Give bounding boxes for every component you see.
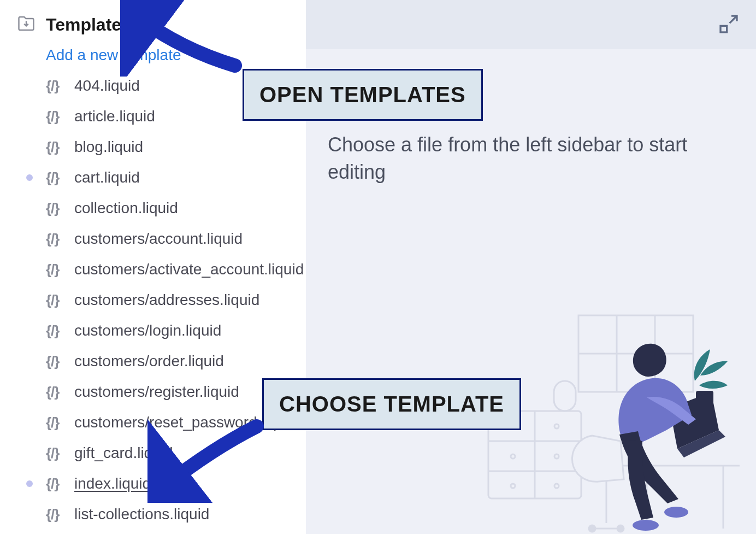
svg-point-26 bbox=[617, 525, 624, 532]
template-file-name: customers/account.liquid bbox=[74, 230, 243, 248]
template-file-name: list-collections.liquid bbox=[74, 506, 209, 523]
empty-state-illustration bbox=[483, 294, 745, 534]
svg-point-8 bbox=[554, 454, 559, 459]
template-file-item[interactable]: {/}customers/account.liquid bbox=[16, 224, 306, 254]
template-file-name: blog.liquid bbox=[74, 138, 143, 156]
liquid-file-icon: {/} bbox=[46, 476, 69, 492]
template-file-name: cart.liquid bbox=[74, 169, 140, 186]
template-file-name: 404.liquid bbox=[74, 77, 140, 95]
svg-rect-0 bbox=[720, 26, 727, 32]
liquid-file-icon: {/} bbox=[46, 414, 69, 431]
template-file-item[interactable]: {/}cart.liquid bbox=[16, 162, 306, 193]
template-file-name: index.liquid bbox=[74, 475, 151, 492]
annotation-arrow-open-templates bbox=[120, 0, 246, 77]
liquid-file-icon: {/} bbox=[46, 200, 69, 217]
template-file-item[interactable]: {/}blog.liquid bbox=[16, 132, 306, 162]
svg-point-10 bbox=[554, 484, 559, 488]
svg-point-25 bbox=[589, 525, 595, 532]
svg-point-6 bbox=[554, 424, 559, 429]
liquid-file-icon: {/} bbox=[46, 139, 69, 156]
template-file-item[interactable]: {/}customers/addresses.liquid bbox=[16, 285, 306, 315]
modified-dot-icon bbox=[26, 480, 33, 487]
template-file-name: customers/addresses.liquid bbox=[74, 291, 259, 309]
liquid-file-icon: {/} bbox=[46, 322, 69, 339]
svg-point-7 bbox=[511, 454, 515, 459]
template-file-item[interactable]: {/}customers/login.liquid bbox=[16, 315, 306, 346]
template-file-item[interactable]: {/}collection.liquid bbox=[16, 193, 306, 224]
template-file-name: customers/login.liquid bbox=[74, 322, 221, 339]
template-file-name: customers/activate_account.liquid bbox=[74, 261, 304, 278]
templates-section-title: Templates bbox=[46, 15, 131, 35]
template-file-item[interactable]: {/}list-collections.liquid bbox=[16, 499, 306, 530]
template-file-item[interactable]: {/}customers/order.liquid bbox=[16, 346, 306, 377]
liquid-file-icon: {/} bbox=[46, 231, 69, 248]
svg-rect-11 bbox=[554, 381, 576, 411]
template-file-name: customers/register.liquid bbox=[74, 383, 239, 401]
template-file-name: article.liquid bbox=[74, 108, 155, 125]
liquid-file-icon: {/} bbox=[46, 353, 69, 370]
editor-empty-state: mplate files Choose a file from the left… bbox=[306, 49, 756, 534]
annotation-choose-template: CHOOSE TEMPLATE bbox=[262, 378, 521, 430]
liquid-file-icon: {/} bbox=[46, 506, 69, 523]
editor-topbar bbox=[306, 0, 756, 49]
liquid-file-icon: {/} bbox=[46, 445, 69, 462]
template-file-name: collection.liquid bbox=[74, 199, 178, 217]
liquid-file-icon: {/} bbox=[46, 78, 69, 95]
liquid-file-icon: {/} bbox=[46, 261, 69, 278]
liquid-file-icon: {/} bbox=[46, 292, 69, 309]
template-file-item[interactable]: {/}customers/activate_account.liquid bbox=[16, 254, 306, 285]
svg-point-21 bbox=[633, 520, 659, 531]
annotation-arrow-choose-template bbox=[147, 415, 268, 503]
empty-state-subtitle: Choose a file from the left sidebar to s… bbox=[328, 131, 721, 186]
svg-point-22 bbox=[664, 507, 688, 518]
modified-dot-icon bbox=[26, 174, 33, 181]
liquid-file-icon: {/} bbox=[46, 169, 69, 186]
expand-editor-button[interactable] bbox=[718, 13, 740, 37]
folder-download-icon bbox=[16, 14, 36, 36]
annotation-open-templates: OPEN TEMPLATES bbox=[243, 69, 483, 121]
template-file-name: customers/order.liquid bbox=[74, 353, 224, 370]
svg-point-9 bbox=[511, 484, 515, 488]
liquid-file-icon: {/} bbox=[46, 108, 69, 125]
liquid-file-icon: {/} bbox=[46, 384, 69, 401]
